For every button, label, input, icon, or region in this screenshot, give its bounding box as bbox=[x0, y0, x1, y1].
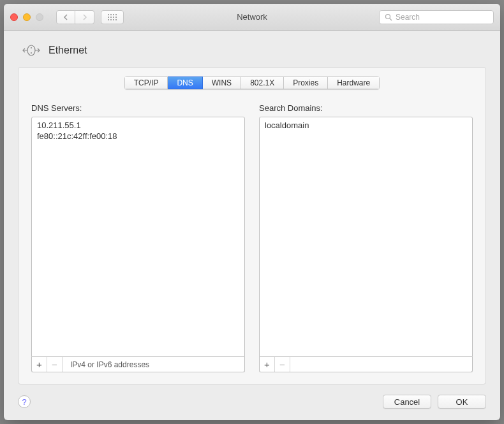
ethernet-icon bbox=[22, 43, 41, 57]
svg-point-0 bbox=[386, 14, 390, 18]
network-preferences-window: Network Search Ethernet bbox=[4, 4, 500, 420]
list-item[interactable]: fe80::21c:42ff:fe00:18 bbox=[32, 131, 244, 142]
search-domains-list[interactable]: localdomain bbox=[259, 117, 473, 357]
show-all-button[interactable] bbox=[101, 10, 124, 24]
minimize-window-button[interactable] bbox=[23, 13, 31, 21]
search-placeholder: Search bbox=[396, 13, 420, 22]
add-domain-button[interactable]: + bbox=[260, 357, 275, 372]
columns: DNS Servers: 10.211.55.1fe80::21c:42ff:f… bbox=[31, 103, 473, 372]
tab-proxies[interactable]: Proxies bbox=[284, 77, 328, 89]
svg-line-1 bbox=[390, 18, 392, 20]
action-buttons: Cancel OK bbox=[376, 395, 486, 409]
chevron-right-icon bbox=[82, 14, 87, 20]
titlebar: Network Search bbox=[4, 4, 500, 31]
interface-label: Ethernet bbox=[48, 45, 87, 56]
bottom-row: ? Cancel OK bbox=[18, 395, 486, 409]
search-domains-column: Search Domains: localdomain + − bbox=[259, 103, 473, 372]
tabs-row: TCP/IPDNSWINS802.1XProxiesHardware bbox=[31, 77, 473, 89]
nav-buttons bbox=[56, 10, 94, 24]
search-domains-footer: + − bbox=[259, 357, 473, 372]
interface-header: Ethernet bbox=[18, 43, 486, 57]
tab-wins[interactable]: WINS bbox=[203, 77, 241, 89]
forward-button[interactable] bbox=[75, 10, 94, 24]
remove-dns-button: − bbox=[47, 357, 63, 372]
list-item[interactable]: 10.211.55.1 bbox=[32, 120, 244, 131]
tab-hardware[interactable]: Hardware bbox=[328, 77, 380, 89]
search-icon bbox=[385, 13, 392, 21]
dns-servers-footer: + − IPv4 or IPv6 addresses bbox=[31, 357, 245, 372]
cancel-button[interactable]: Cancel bbox=[383, 395, 431, 409]
traffic-lights bbox=[10, 13, 43, 21]
dns-servers-label: DNS Servers: bbox=[31, 103, 245, 113]
content-panel: TCP/IPDNSWINS802.1XProxiesHardware DNS S… bbox=[18, 67, 486, 384]
maximize-window-button bbox=[36, 13, 43, 21]
svg-point-5 bbox=[31, 47, 32, 48]
search-input[interactable]: Search bbox=[379, 10, 494, 24]
dns-servers-list[interactable]: 10.211.55.1fe80::21c:42ff:fe00:18 bbox=[31, 117, 245, 357]
close-window-button[interactable] bbox=[10, 13, 18, 21]
dns-servers-column: DNS Servers: 10.211.55.1fe80::21c:42ff:f… bbox=[31, 103, 245, 372]
search-domains-label: Search Domains: bbox=[259, 103, 473, 113]
svg-point-2 bbox=[27, 45, 35, 55]
help-button[interactable]: ? bbox=[18, 395, 31, 408]
add-dns-button[interactable]: + bbox=[32, 357, 47, 372]
tab-tcpip[interactable]: TCP/IP bbox=[124, 77, 168, 89]
list-item[interactable]: localdomain bbox=[260, 120, 472, 131]
tab-dns[interactable]: DNS bbox=[168, 77, 202, 89]
svg-point-6 bbox=[31, 52, 32, 54]
window-title: Network bbox=[237, 12, 267, 22]
dns-hint: IPv4 or IPv6 addresses bbox=[70, 360, 149, 369]
remove-domain-button: − bbox=[275, 357, 290, 372]
ok-button[interactable]: OK bbox=[438, 395, 486, 409]
tab-8021x[interactable]: 802.1X bbox=[241, 77, 284, 89]
chevron-left-icon bbox=[63, 14, 68, 20]
back-button[interactable] bbox=[56, 10, 75, 24]
grid-icon bbox=[108, 14, 117, 20]
window-body: Ethernet TCP/IPDNSWINS802.1XProxiesHardw… bbox=[4, 31, 500, 420]
